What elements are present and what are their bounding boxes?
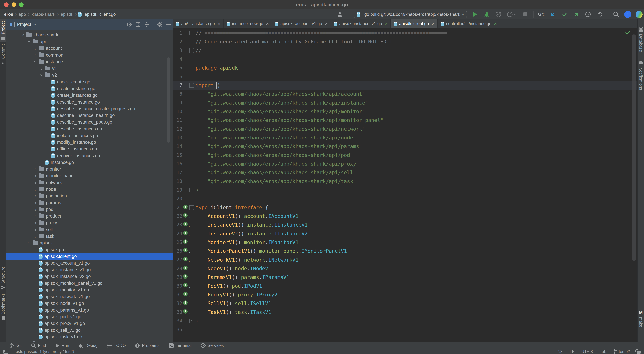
gutter[interactable]: 30I↓ [173,281,195,290]
chevron-down-icon[interactable]: › [33,59,38,65]
implementation-arrow-icon[interactable]: ↓ [188,301,190,306]
tree-item-monitor_panel[interactable]: ›monitor_panel [6,172,173,179]
implemented-marker-icon[interactable]: I [183,300,188,305]
tree-item-apisdk_pod_v1.go[interactable]: apisdk_pod_v1.go [6,313,173,320]
implementation-arrow-icon[interactable]: ↓ [188,214,190,219]
gutter[interactable]: 28I↓ [173,264,195,273]
tree-item-apisdk_network_v1.go[interactable]: apisdk_network_v1.go [6,293,173,300]
code-line-18[interactable]: 18"git.woa.com/khaos/eros/app/khaos-shar… [173,177,638,186]
expand-all-icon[interactable] [136,22,140,27]
tool-window-button-todo[interactable]: TODO [107,343,126,348]
implementation-arrow-icon[interactable]: ↓ [188,293,190,298]
breadcrumb-item[interactable]: apisdk.iclient.go [85,12,116,17]
gutter[interactable]: 4 [173,55,195,63]
gutter[interactable]: 22I↓ [173,212,195,220]
tree-item-apisdk_sell_v1.go[interactable]: apisdk_sell_v1.go [6,327,173,333]
gutter[interactable]: 20 [173,194,195,203]
gutter[interactable]: 1− [173,29,195,37]
gutter[interactable]: 14 [173,142,195,151]
indent-style[interactable]: Tab [600,349,606,354]
code-line-4[interactable]: 4 [173,55,638,63]
tree-item-instance.go[interactable]: instance.go [6,159,173,166]
user-dropdown-icon[interactable] [337,11,344,18]
chevron-down-icon[interactable]: ▾ [34,23,36,27]
gutter[interactable]: 10 [173,107,195,116]
hide-panel-icon[interactable] [166,24,171,25]
stripe-button-commit[interactable]: Commit [0,42,6,68]
chevron-right-icon[interactable]: › [38,66,45,71]
code-line-22[interactable]: 22I↓AccountV1() account.IAccountV1 [173,212,638,220]
implemented-marker-icon[interactable]: I [183,283,188,287]
editor-tab[interactable]: apisdk_account_v1.go× [272,19,331,28]
gutter[interactable]: 15 [173,151,195,159]
chevron-right-icon[interactable]: › [32,167,39,172]
tree-item-network[interactable]: ›network [6,179,173,186]
code-line-24[interactable]: 24I↓InstanceV2() instance.IInstanceV2 [173,229,638,238]
chevron-right-icon[interactable]: › [32,227,39,232]
status-message[interactable]: Tests passed: 1 (yesterday 15:52) [14,349,74,354]
tree-item-modify_instance.go[interactable]: modify_instance.go [6,139,173,146]
chevron-down-icon[interactable]: › [27,39,32,45]
update-available-icon[interactable]: ↑ [624,11,631,18]
breadcrumb-item[interactable]: eros [4,12,13,17]
fold-open-icon[interactable]: − [189,31,194,36]
tree-item-apisdk_task_v1.go[interactable]: apisdk_task_v1.go [6,333,173,340]
tree-item-apisdk_monitor_v1.go[interactable]: apisdk_monitor_v1.go [6,286,173,293]
code-line-2[interactable]: 2// Code generated and maintained by GoF… [173,37,638,46]
implementation-arrow-icon[interactable]: ↓ [188,275,190,280]
fold-close-icon[interactable]: − [189,319,194,323]
code-line-10[interactable]: 10"git.woa.com/khaos/eros/app/khaos-shar… [173,107,638,116]
implementation-arrow-icon[interactable]: ↓ [188,231,190,237]
fold-close-icon[interactable]: − [189,188,194,192]
tree-item-apisdk_params_v1.go[interactable]: apisdk_params_v1.go [6,307,173,313]
code-line-23[interactable]: 23I↓InstanceV1() instance.IInstanceV1 [173,220,638,229]
tree-item-api[interactable]: ›api [6,38,173,45]
history-icon[interactable] [584,11,592,18]
gutter[interactable]: 5 [173,63,195,72]
gutter[interactable]: 21I↓− [173,203,195,212]
stripe-button-make[interactable]: Mmake [638,308,644,330]
tree-item-apisdk_proxy_v1.go[interactable]: apisdk_proxy_v1.go [6,320,173,327]
chevron-right-icon[interactable]: › [32,180,39,185]
gutter[interactable]: 17 [173,168,195,177]
tree-item-describe_instance_create_progress.go[interactable]: describe_instance_create_progress.go [6,105,173,112]
implemented-marker-icon[interactable]: I [183,213,188,218]
editor-tab[interactable]: apisdk_instance_v1.go× [331,19,391,28]
tree-item-apisdk_account_v1.go[interactable]: apisdk_account_v1.go [6,260,173,266]
breadcrumb-item[interactable]: khaos-shark [32,12,55,17]
profiler-icon[interactable] [506,11,517,18]
code-line-12[interactable]: 12"git.woa.com/khaos/eros/app/khaos-shar… [173,125,638,133]
close-icon[interactable]: × [432,22,434,26]
code-line-20[interactable]: 20 [173,194,638,203]
editor-tab[interactable]: api/…/instance.go× [173,19,224,28]
breadcrumb-item[interactable]: apisdk [61,12,73,17]
tree-item-node[interactable]: ›node [6,186,173,193]
code-line-28[interactable]: 28I↓NodeV1() node.INodeV1 [173,264,638,273]
stripe-button-database[interactable]: Database [638,24,644,54]
tree-item-apisdk_instance_v2.go[interactable]: apisdk_instance_v2.go [6,273,173,280]
gutter[interactable]: 32I↓ [173,299,195,308]
git-commit-icon[interactable] [561,11,568,18]
implemented-marker-icon[interactable]: I [183,248,188,252]
code-line-33[interactable]: 33I↓TaskV1() task.ITaskV1 [173,308,638,316]
tree-item-describe_instances.go[interactable]: describe_instances.go [6,126,173,132]
close-icon[interactable]: × [385,22,388,26]
fold-close-icon[interactable]: − [189,48,194,53]
tree-item-apisdk_monitor_panel_v1.go[interactable]: apisdk_monitor_panel_v1.go [6,280,173,286]
implementation-arrow-icon[interactable]: ↓ [188,249,190,254]
implementation-arrow-icon[interactable]: ↓ [188,223,190,228]
tree-item-v2[interactable]: ›v2 [6,72,173,79]
tree-item-product[interactable]: ›product [6,213,173,219]
code-line-19[interactable]: 19−) [173,186,638,194]
implemented-marker-icon[interactable]: I [183,231,188,235]
tool-window-button-services[interactable]: Services [200,343,224,348]
tree-item-account[interactable]: ›account [6,45,173,52]
gutter[interactable]: 6 [173,72,195,81]
code-line-34[interactable]: 34−} [173,316,638,325]
chevron-right-icon[interactable]: › [32,53,39,58]
rollback-icon[interactable] [596,11,604,18]
code-line-30[interactable]: 30I↓PodV1() pod.IPodV1 [173,281,638,290]
code-line-15[interactable]: 15"git.woa.com/khaos/eros/app/khaos-shar… [173,151,638,159]
code-line-1[interactable]: 1−// ===================================… [173,29,638,37]
close-icon[interactable]: × [218,22,220,26]
